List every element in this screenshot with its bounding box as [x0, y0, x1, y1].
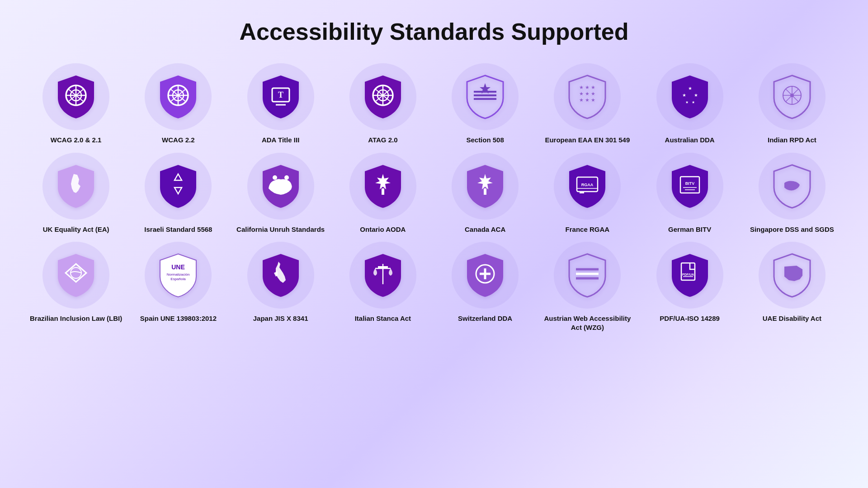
- label-wcag22: WCAG 2.2: [162, 136, 195, 145]
- standards-grid: WCAG 2.0 & 2.1 WCAG 2.2 T: [27, 63, 841, 332]
- svg-text:★: ★: [693, 93, 698, 98]
- svg-text:UNE: UNE: [172, 263, 185, 271]
- item-israeli: Israeli Standard 5568: [129, 153, 227, 234]
- badge-brazil: [42, 242, 109, 309]
- label-european: European EAA EN 301 549: [545, 136, 630, 145]
- label-ada: ADA Title III: [262, 136, 299, 145]
- shield-japan: [256, 250, 306, 300]
- svg-text:★: ★: [685, 100, 688, 104]
- label-indian: Indian RPD Act: [768, 136, 816, 145]
- item-uae: UAE Disability Act: [743, 242, 841, 332]
- badge-atag: [349, 63, 416, 130]
- item-european: ★ ★ ★ ★ ★ ★ ★ ★ ★ European EAA EN 301 54…: [538, 63, 636, 145]
- svg-point-43: [284, 175, 289, 180]
- svg-text:PDF/UA: PDF/UA: [682, 273, 694, 276]
- label-france: France RGAA: [566, 225, 610, 234]
- label-australian: Australian DDA: [665, 136, 715, 145]
- item-brazil: Brazilian Inclusion Law (LBI): [27, 242, 125, 332]
- svg-text:RGAA: RGAA: [581, 183, 594, 187]
- label-switzerland: Switzerland DDA: [458, 314, 512, 323]
- svg-rect-61: [378, 266, 388, 268]
- shield-austrian: [562, 250, 612, 300]
- svg-rect-48: [580, 191, 584, 193]
- badge-france: RGAA: [554, 153, 621, 220]
- badge-uae: [759, 242, 826, 309]
- item-pdfua: PDF/UA PDF/UA-ISO 14289: [641, 242, 739, 332]
- shield-italian: [358, 250, 408, 300]
- item-indian: Indian RPD Act: [743, 63, 841, 145]
- item-wcag22: WCAG 2.2: [129, 63, 227, 145]
- shield-section508: [460, 72, 510, 122]
- badge-wcag22: [145, 63, 212, 130]
- item-california: California Unruh Standards: [232, 153, 330, 234]
- shield-european: ★ ★ ★ ★ ★ ★ ★ ★ ★: [562, 72, 612, 122]
- svg-text:T: T: [278, 90, 283, 99]
- label-ontario: Ontario AODA: [360, 225, 406, 234]
- svg-text:Normalización: Normalización: [167, 272, 190, 277]
- label-brazil: Brazilian Inclusion Law (LBI): [30, 314, 122, 323]
- badge-indian: [759, 63, 826, 130]
- svg-text:BITV: BITV: [685, 181, 694, 186]
- label-wcag21: WCAG 2.0 & 2.1: [51, 136, 102, 145]
- shield-atag: [358, 72, 408, 122]
- page-title: Accessibility Standards Supported: [239, 18, 628, 45]
- item-ukea: UK Equality Act (EA): [27, 153, 125, 234]
- item-ontario: Ontario AODA: [334, 153, 432, 234]
- badge-wcag21: [42, 63, 109, 130]
- item-austrian: Austrian Web Accessibility Act (WZG): [538, 242, 636, 332]
- shield-spain: UNE Normalización Española: [153, 250, 203, 300]
- badge-ukea: [42, 153, 109, 220]
- svg-text:★: ★: [688, 86, 692, 91]
- svg-rect-44: [382, 188, 384, 195]
- badge-italian: [349, 242, 416, 309]
- label-ukea: UK Equality Act (EA): [43, 225, 109, 234]
- badge-ada: T: [247, 63, 314, 130]
- label-pdfua: PDF/UA-ISO 14289: [660, 314, 720, 323]
- item-singapore: Singapore DSS and SGDS: [743, 153, 841, 234]
- item-canada: Canada ACA: [436, 153, 534, 234]
- shield-ontario: [358, 161, 408, 211]
- badge-switzerland: [452, 242, 519, 309]
- item-ada: T ADA Title III: [232, 63, 330, 145]
- svg-rect-45: [484, 188, 486, 195]
- label-section508: Section 508: [466, 136, 504, 145]
- shield-switzerland: [460, 250, 510, 300]
- svg-text:★ ★ ★: ★ ★ ★: [579, 84, 595, 90]
- shield-australian: ★ ★ ★ ★ ★: [665, 72, 715, 122]
- badge-australian: ★ ★ ★ ★ ★: [656, 63, 723, 130]
- label-california: California Unruh Standards: [236, 225, 325, 234]
- label-singapore: Singapore DSS and SGDS: [750, 225, 834, 234]
- shield-singapore: [767, 161, 817, 211]
- svg-text:★ ★ ★: ★ ★ ★: [579, 97, 595, 103]
- shield-ada: T: [256, 72, 306, 122]
- item-france: RGAA France RGAA: [538, 153, 636, 234]
- shield-california: [256, 161, 306, 211]
- shield-pdfua: PDF/UA: [665, 250, 715, 300]
- item-italian: Italian Stanca Act: [334, 242, 432, 332]
- item-german: BITV German BITV: [641, 153, 739, 234]
- shield-indian: [767, 72, 817, 122]
- svg-text:★ ★ ★: ★ ★ ★: [579, 91, 595, 96]
- badge-california: [247, 153, 314, 220]
- label-israeli: Israeli Standard 5568: [144, 225, 212, 234]
- badge-austrian: [554, 242, 621, 309]
- label-german: German BITV: [668, 225, 711, 234]
- badge-singapore: [759, 153, 826, 220]
- shield-france: RGAA: [562, 161, 612, 211]
- label-spain: Spain UNE 139803:2012: [140, 314, 217, 323]
- badge-european: ★ ★ ★ ★ ★ ★ ★ ★ ★: [554, 63, 621, 130]
- label-japan: Japan JIS X 8341: [253, 314, 308, 323]
- badge-spain: UNE Normalización Española: [145, 242, 212, 309]
- label-uae: UAE Disability Act: [763, 314, 821, 323]
- item-wcag21: WCAG 2.0 & 2.1: [27, 63, 125, 145]
- item-section508: Section 508: [436, 63, 534, 145]
- label-italian: Italian Stanca Act: [355, 314, 411, 323]
- item-australian: ★ ★ ★ ★ ★ Australian DDA: [641, 63, 739, 145]
- label-canada: Canada ACA: [465, 225, 505, 234]
- badge-israeli: [145, 153, 212, 220]
- item-japan: Japan JIS X 8341: [232, 242, 330, 332]
- svg-point-42: [273, 175, 277, 180]
- item-atag: ATAG 2.0: [334, 63, 432, 145]
- item-switzerland: Switzerland DDA: [436, 242, 534, 332]
- svg-text:★: ★: [682, 93, 686, 98]
